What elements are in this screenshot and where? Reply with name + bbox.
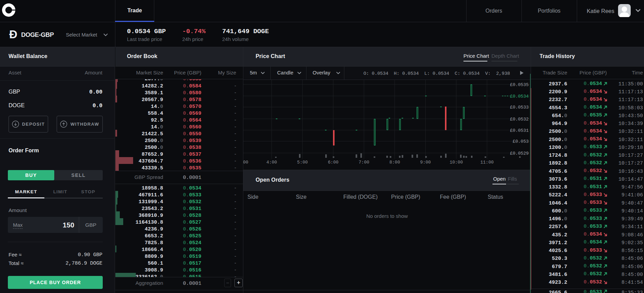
- svg-text:8:00: 8:00: [389, 160, 400, 165]
- svg-text:£0.0531: £0.0531: [510, 128, 529, 133]
- svg-text:5:00: 5:00: [297, 160, 308, 165]
- svg-text:10:00: 10:00: [449, 160, 463, 165]
- svg-text:4:00: 4:00: [266, 160, 277, 165]
- svg-text:£0.0532: £0.0532: [510, 117, 529, 122]
- svg-text:11:00: 11:00: [480, 160, 493, 165]
- svg-text:£0.0535: £0.0535: [510, 82, 529, 87]
- svg-text:9:00: 9:00: [420, 160, 431, 165]
- svg-text:£0.0533: £0.0533: [510, 105, 529, 110]
- svg-text:6:00: 6:00: [328, 160, 339, 165]
- svg-text:3:00: 3:00: [243, 160, 248, 165]
- svg-text:7:00: 7:00: [359, 160, 369, 165]
- svg-text:£0.0529: £0.0529: [510, 151, 529, 156]
- svg-text:£0.053: £0.053: [513, 139, 529, 144]
- svg-text:£0.0534: £0.0534: [510, 94, 529, 99]
